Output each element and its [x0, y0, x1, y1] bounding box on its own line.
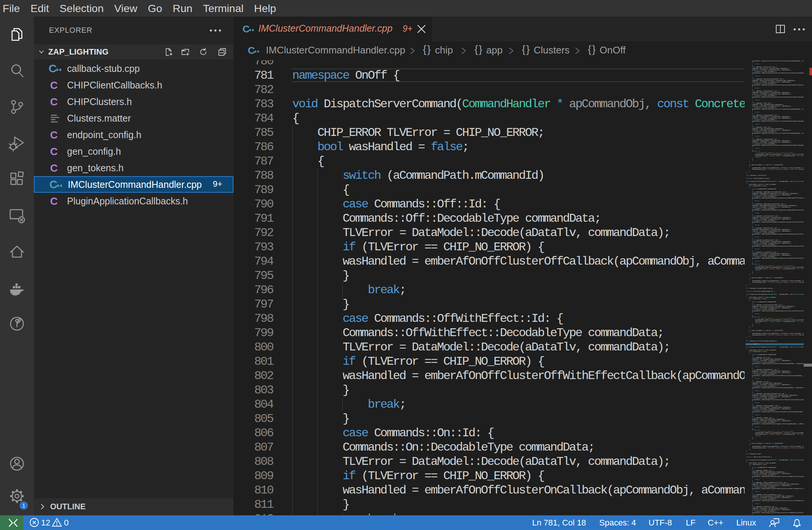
svg-text:C: C [50, 146, 58, 157]
svg-text:C: C [49, 62, 57, 75]
svg-text:C: C [50, 79, 58, 91]
svg-text:C: C [50, 195, 58, 207]
svg-text:C: C [248, 45, 255, 56]
svg-text:C: C [50, 129, 58, 141]
svg-text:C: C [243, 23, 250, 35]
svg-text:C: C [50, 96, 58, 108]
svg-text:C: C [50, 162, 58, 174]
svg-text:C: C [49, 178, 58, 190]
